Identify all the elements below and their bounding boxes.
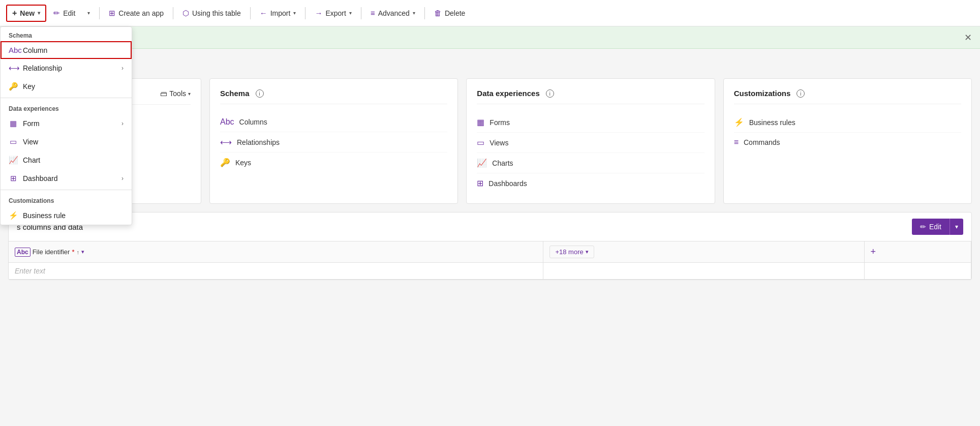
import-label: Import [270,9,291,17]
page-title: pboxFiles [8,57,972,70]
tools-chevron-icon: ▾ [188,91,191,97]
schema-card: Schema i Abc Columns ⟷ Relationships 🔑 K… [209,78,458,204]
grid-icon: ⊞ [109,9,115,18]
edit-button-group: ✏ Edit ▾ [912,219,963,235]
success-banner: ✔ Schema ✕ [0,26,980,49]
delete-button[interactable]: 🗑 Delete [429,6,470,20]
new-dropdown-menu: Schema Abc Column ⟷ Relationship › 🔑 Key… [0,26,132,225]
key-menu-item[interactable]: 🔑 Key [1,77,132,96]
business-rule-icon: ⚡ [9,211,18,220]
import-button[interactable]: ← Import ▾ [255,6,301,20]
page-content: pboxFiles ⚙ Properties 🗃 Tools ▾ Primary… [0,49,980,288]
table-edit-dropdown-button[interactable]: ▾ [950,219,963,235]
more-columns-button[interactable]: +18 more ▾ [549,246,594,258]
using-table-label: Using this table [192,9,241,17]
views-icon: ▭ [477,138,484,147]
banner-close-button[interactable]: ✕ [964,32,972,43]
keys-item[interactable]: 🔑 Keys [220,153,447,172]
table-edit-dropdown-chevron-icon: ▾ [955,223,958,230]
delete-label: Delete [445,9,465,17]
forms-item[interactable]: ▦ Forms [477,112,704,133]
schema-section-label: Schema [1,27,132,41]
columns-label: Columns [239,118,267,126]
table-edit-icon: ✏ [920,223,926,231]
customizations-section-label: Customizations [1,192,132,206]
abc-icon: Abc [15,248,30,257]
charts-icon: 📈 [477,158,487,168]
column-label: Column [23,46,47,54]
schema-info-icon: i [256,89,264,98]
business-rules-label: Business rules [749,118,795,127]
experiences-title: Data experiences [477,89,539,98]
form-menu-item[interactable]: ▦ Form › [1,114,132,133]
export-icon: → [315,9,322,17]
create-app-label: Create an app [118,9,164,17]
dashboard-icon: ⊞ [9,174,18,183]
more-columns-label: +18 more [555,248,583,256]
chart-menu-item[interactable]: 📈 Chart [1,151,132,169]
key-icon: 🔑 [9,82,18,91]
columns-icon: Abc [220,117,234,127]
customizations-title: Customizations [734,89,791,98]
add-column-button[interactable]: + [871,247,876,257]
more-columns-header[interactable]: +18 more ▾ [543,241,864,263]
more-chevron-icon: ▾ [586,249,589,255]
tools-button[interactable]: 🗃 Tools ▾ [160,89,191,98]
edit-button[interactable]: ✏ Edit [48,6,80,21]
menu-divider-1 [1,98,132,98]
business-rule-menu-item[interactable]: ⚡ Business rule [1,206,132,225]
enter-text-cell[interactable]: Enter text [9,263,543,280]
create-app-button[interactable]: ⊞ Create an app [104,6,169,21]
business-rule-label: Business rule [23,211,66,220]
add-column-header[interactable]: + [864,241,971,263]
relationship-menu-item[interactable]: ⟷ Relationship › [1,59,132,77]
import-icon: ← [260,9,267,17]
relationship-label: Relationship [23,64,62,72]
dashboard-arrow-icon: › [121,175,124,182]
schema-card-header: Schema i [220,89,447,104]
relationship-icon: ⟷ [9,64,18,73]
dashboards-label: Dashboards [488,179,527,188]
file-id-column-header[interactable]: Abc File identifier * ↑ ▾ [9,241,543,263]
customizations-info-icon: i [797,89,805,98]
dashboard-label: Dashboard [23,174,58,182]
dashboards-item[interactable]: ⊞ Dashboards [477,173,704,193]
forms-label: Forms [489,118,510,127]
relationships-label: Relationships [237,138,280,146]
views-label: Views [489,139,508,147]
table-section: s columns and data ✏ Edit ▾ Abc File ide… [8,212,972,280]
edit-dropdown-button[interactable]: ▾ [82,7,95,19]
columns-item[interactable]: Abc Columns [220,112,447,132]
business-rules-item[interactable]: ⚡ Business rules [734,112,961,133]
col-chevron-icon: ▾ [81,249,84,255]
new-button[interactable]: + New ▾ [6,5,46,22]
separator-2 [173,7,173,19]
column-icon: Abc [9,46,18,54]
toolbar: + New ▾ ✏ Edit ▾ ⊞ Create an app ⬡ Using… [0,0,980,26]
key-label: Key [23,82,35,90]
charts-label: Charts [492,159,513,167]
export-button[interactable]: → Export ▾ [310,6,356,20]
sort-icon: ↑ [76,249,79,255]
relationships-item[interactable]: ⟷ Relationships [220,132,447,153]
commands-item[interactable]: ≡ Commands [734,133,961,152]
column-menu-item[interactable]: Abc Column [1,41,132,59]
empty-cell-2 [864,263,971,280]
chart-label: Chart [23,156,40,164]
export-chevron-icon: ▾ [349,10,352,16]
advanced-button[interactable]: ≡ Advanced ▾ [365,6,420,20]
dashboard-menu-item[interactable]: ⊞ Dashboard › [1,169,132,188]
views-item[interactable]: ▭ Views [477,133,704,153]
view-menu-item[interactable]: ▭ View [1,133,132,151]
business-rules-icon: ⚡ [734,117,744,127]
charts-item[interactable]: 📈 Charts [477,153,704,173]
relationship-arrow-icon: › [121,65,124,72]
using-table-button[interactable]: ⬡ Using this table [177,6,246,21]
menu-divider-2 [1,190,132,190]
tools-label: Tools [169,89,186,98]
table-edit-button[interactable]: ✏ Edit [912,219,950,235]
chart-icon: 📈 [9,156,18,165]
commands-label: Commands [744,138,780,146]
schema-title: Schema [220,89,250,98]
separator-6 [424,7,425,19]
